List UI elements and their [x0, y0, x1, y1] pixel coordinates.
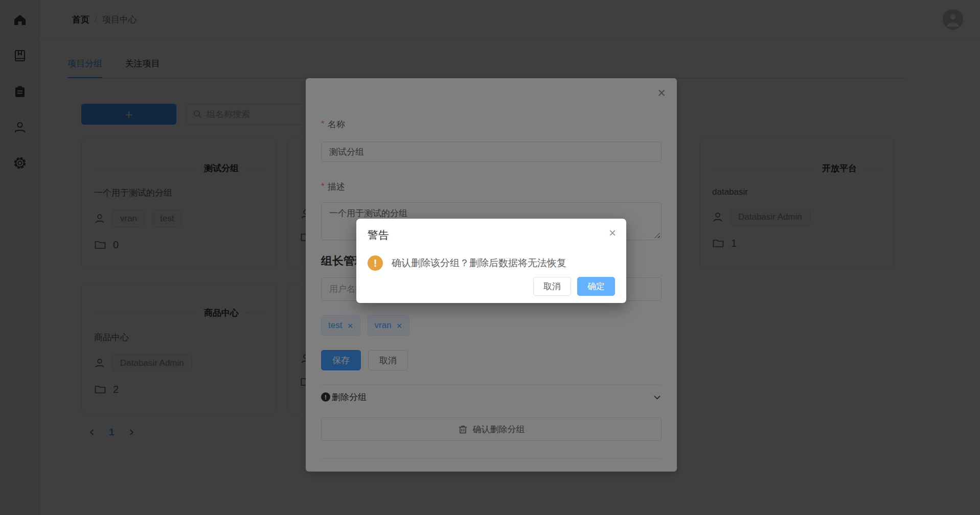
alert-title: 警告 — [368, 228, 615, 242]
alert-close-icon[interactable]: × — [609, 227, 616, 239]
alert-confirm-button[interactable]: 确定 — [577, 277, 615, 296]
alert-content: ! 确认删除该分组？删除后数据将无法恢复 — [368, 255, 615, 271]
alert-dialog: 警告 × ! 确认删除该分组？删除后数据将无法恢复 取消 确定 — [356, 219, 626, 303]
warning-icon: ! — [368, 255, 383, 271]
alert-actions: 取消 确定 — [533, 277, 615, 296]
alert-message: 确认删除该分组？删除后数据将无法恢复 — [392, 256, 566, 270]
alert-cancel-button[interactable]: 取消 — [533, 277, 571, 296]
